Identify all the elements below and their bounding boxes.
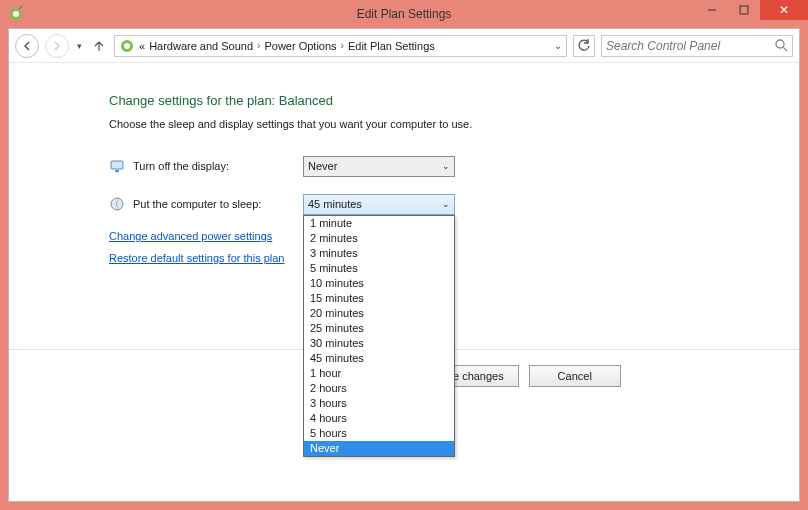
sleep-option[interactable]: 25 minutes [304,321,454,336]
window-frame: Edit Plan Settings ✕ ▾ [0,0,808,510]
moon-icon [109,196,125,212]
breadcrumb-prefix: « [139,40,145,52]
control-panel-icon [119,38,135,54]
search-box[interactable] [601,35,793,57]
content-area: Change settings for the plan: Balanced C… [9,63,799,501]
display-combo-value: Never [308,160,337,172]
sleep-option[interactable]: 30 minutes [304,336,454,351]
sleep-option[interactable]: 5 hours [304,426,454,441]
cancel-button[interactable]: Cancel [529,365,621,387]
refresh-button[interactable] [573,35,595,57]
sleep-option[interactable]: 10 minutes [304,276,454,291]
sleep-label: Put the computer to sleep: [133,198,303,210]
row-sleep: Put the computer to sleep: 45 minutes ⌄ … [109,192,799,216]
history-dropdown-icon[interactable]: ▾ [75,41,84,51]
svg-point-6 [776,40,784,48]
sleep-option[interactable]: 5 minutes [304,261,454,276]
maximize-button[interactable] [728,0,760,20]
breadcrumb-dropdown-icon[interactable]: ⌄ [554,40,562,51]
close-button[interactable]: ✕ [760,0,808,20]
sleep-option[interactable]: 15 minutes [304,291,454,306]
svg-rect-9 [115,170,119,172]
page-heading: Change settings for the plan: Balanced [109,93,799,108]
svg-point-5 [124,43,130,49]
search-input[interactable] [606,39,775,53]
sleep-option[interactable]: 1 hour [304,366,454,381]
chevron-down-icon: ⌄ [442,199,450,209]
search-icon [775,39,788,52]
minimize-button[interactable] [696,0,728,20]
sleep-option[interactable]: 2 minutes [304,231,454,246]
svg-point-1 [13,11,19,17]
svg-line-7 [783,47,787,51]
breadcrumb-hardware-sound[interactable]: Hardware and Sound [149,40,253,52]
sleep-option[interactable]: 45 minutes [304,351,454,366]
client-area: ▾ « Hardware and Sound › Power Options ›… [8,28,800,502]
page-subtext: Choose the sleep and display settings th… [109,118,799,130]
app-icon [8,6,24,22]
row-display-off: Turn off the display: Never ⌄ [109,154,799,178]
breadcrumb[interactable]: « Hardware and Sound › Power Options › E… [114,35,567,57]
display-icon [109,158,125,174]
back-button[interactable] [15,34,39,58]
window-controls: ✕ [696,0,808,20]
chevron-down-icon: ⌄ [442,161,450,171]
breadcrumb-edit-plan[interactable]: Edit Plan Settings [348,40,435,52]
svg-rect-3 [740,6,748,14]
display-combo[interactable]: Never ⌄ [303,156,455,177]
chevron-right-icon: › [257,40,260,51]
sleep-option[interactable]: 2 hours [304,381,454,396]
window-title: Edit Plan Settings [0,7,808,21]
sleep-option[interactable]: 3 minutes [304,246,454,261]
forward-button[interactable] [45,34,69,58]
sleep-option[interactable]: 4 hours [304,411,454,426]
sleep-option[interactable]: 1 minute [304,216,454,231]
svg-point-10 [111,198,123,210]
sleep-combo[interactable]: 45 minutes ⌄ 1 minute 2 minutes 3 minute… [303,194,455,215]
sleep-option-selected[interactable]: Never [304,441,454,456]
chevron-right-icon: › [341,40,344,51]
up-button[interactable] [90,37,108,55]
breadcrumb-power-options[interactable]: Power Options [264,40,336,52]
svg-rect-8 [111,161,123,169]
title-bar: Edit Plan Settings ✕ [0,0,808,28]
sleep-option[interactable]: 3 hours [304,396,454,411]
display-label: Turn off the display: [133,160,303,172]
sleep-option[interactable]: 20 minutes [304,306,454,321]
sleep-combo-value: 45 minutes [308,198,362,210]
sleep-dropdown: 1 minute 2 minutes 3 minutes 5 minutes 1… [303,215,455,457]
toolbar: ▾ « Hardware and Sound › Power Options ›… [9,29,799,63]
